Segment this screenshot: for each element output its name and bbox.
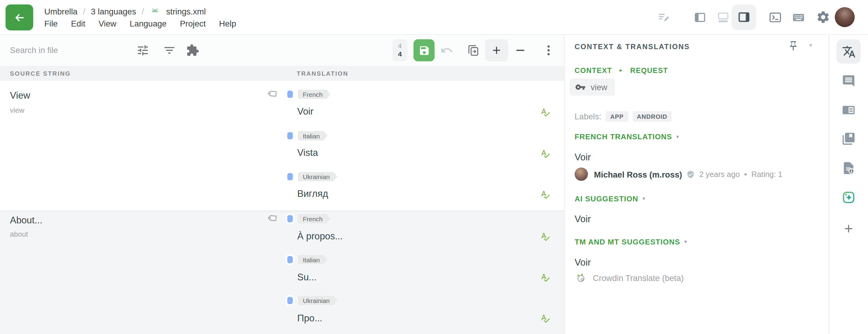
translation-time: 2 years ago bbox=[699, 170, 740, 178]
blue-progress-indicator bbox=[287, 256, 293, 263]
terminal-icon[interactable] bbox=[768, 10, 782, 24]
spellcheck-approved-icon[interactable] bbox=[540, 107, 550, 117]
menu-view[interactable]: View bbox=[98, 19, 116, 28]
sidebar-comments-button[interactable] bbox=[842, 74, 856, 88]
breadcrumb-project[interactable]: Umbrella bbox=[44, 6, 78, 16]
menu-help[interactable]: Help bbox=[219, 19, 236, 28]
spellcheck-approved-icon[interactable] bbox=[540, 190, 550, 200]
menu-edit[interactable]: Edit bbox=[71, 19, 85, 28]
counter-untranslated: 4 bbox=[398, 42, 402, 50]
layout-bottom-panel-icon[interactable] bbox=[716, 10, 730, 24]
tab-request[interactable]: REQUEST bbox=[630, 66, 668, 75]
translation-item-ukrainian[interactable]: Ukrainian Вигляд bbox=[280, 172, 564, 213]
panel-caret-down-icon[interactable]: ▼ bbox=[808, 42, 813, 48]
spellcheck-approved-icon[interactable] bbox=[540, 313, 550, 324]
crowdin-logo-icon bbox=[576, 273, 586, 283]
tm-suggestion-text[interactable]: Voir bbox=[575, 257, 591, 268]
sidebar-glossary-button[interactable] bbox=[841, 132, 856, 146]
author-name[interactable]: Michael Ross (m.ross) bbox=[594, 170, 682, 179]
keyboard-icon[interactable] bbox=[792, 10, 805, 24]
translation-item-italian[interactable]: Italian Vista bbox=[280, 131, 564, 172]
ai-suggestion-text[interactable]: Voir bbox=[575, 214, 591, 225]
layout-right-panel-button[interactable] bbox=[732, 4, 756, 30]
source-string-text[interactable]: View bbox=[10, 90, 30, 101]
ai-sparkles-icon bbox=[841, 190, 856, 205]
blue-progress-indicator bbox=[287, 297, 293, 304]
save-button[interactable] bbox=[413, 39, 435, 61]
spellcheck-approved-icon[interactable] bbox=[540, 232, 550, 242]
comments-icon bbox=[842, 74, 856, 88]
blue-progress-indicator bbox=[287, 91, 293, 98]
translation-text[interactable]: Su... bbox=[297, 272, 316, 283]
translation-text[interactable]: Voir bbox=[297, 106, 313, 117]
tag-icon[interactable] bbox=[269, 89, 278, 98]
menu-project[interactable]: Project bbox=[180, 19, 206, 28]
spellcheck-approved-icon[interactable] bbox=[540, 273, 550, 282]
add-plus-icon bbox=[842, 222, 855, 235]
puzzle-plugin-icon[interactable] bbox=[186, 44, 199, 57]
compose-icon[interactable] bbox=[658, 10, 671, 24]
source-string-text[interactable]: About... bbox=[10, 215, 42, 226]
string-row-view[interactable]: View view French Voir bbox=[0, 81, 564, 211]
translation-text[interactable]: Vista bbox=[297, 148, 318, 159]
translation-item-italian[interactable]: Italian Su... bbox=[280, 255, 564, 296]
verified-shield-icon bbox=[687, 170, 695, 178]
breadcrumb-file[interactable]: strings.xml bbox=[166, 6, 206, 16]
translation-item-french[interactable]: French Voir bbox=[280, 90, 564, 130]
back-arrow-icon bbox=[13, 11, 26, 24]
blue-progress-indicator bbox=[287, 173, 293, 180]
translation-text[interactable]: Про... bbox=[297, 313, 322, 324]
labels-caption: Labels: bbox=[575, 112, 601, 121]
translation-item-ukrainian[interactable]: Ukrainian Про... bbox=[280, 296, 564, 334]
translation-rating: Rating: 1 bbox=[751, 170, 782, 178]
context-tabs: CONTEXT ► REQUEST bbox=[575, 66, 668, 75]
section-french-translations[interactable]: FRENCH TRANSLATIONS▼ bbox=[575, 133, 680, 141]
string-row-about[interactable]: About... about French À propos... bbox=[0, 211, 564, 334]
translation-author-row: Michael Ross (m.ross) 2 years ago • Rati… bbox=[575, 168, 782, 181]
user-avatar[interactable] bbox=[835, 7, 855, 27]
provider-name[interactable]: Crowdin Translate (beta) bbox=[593, 273, 684, 282]
breadcrumb-languages[interactable]: 3 languages bbox=[91, 6, 136, 16]
tag-icon[interactable] bbox=[269, 213, 278, 223]
author-avatar[interactable] bbox=[575, 168, 588, 181]
sidebar-context-card-button[interactable] bbox=[841, 103, 856, 117]
filter-icon[interactable] bbox=[163, 44, 176, 57]
string-key-text: view bbox=[591, 82, 607, 92]
label-badge-app[interactable]: APP bbox=[606, 111, 628, 122]
section-tm-mt-suggestions[interactable]: TM AND MT SUGGESTIONS▼ bbox=[575, 238, 688, 246]
right-sidebar bbox=[829, 35, 868, 334]
language-tag: Ukrainian bbox=[298, 172, 337, 181]
android-icon bbox=[150, 5, 161, 17]
kebab-menu-icon[interactable] bbox=[542, 44, 555, 57]
menu-language[interactable]: Language bbox=[130, 19, 167, 28]
sidebar-ai-button[interactable] bbox=[841, 190, 856, 205]
settings-gear-icon[interactable] bbox=[816, 10, 830, 24]
french-translation-text[interactable]: Voir bbox=[575, 152, 591, 163]
translation-text[interactable]: À propos... bbox=[297, 231, 343, 242]
spellcheck-approved-icon[interactable] bbox=[540, 149, 550, 158]
duplicate-arrow-icon[interactable] bbox=[467, 44, 480, 57]
tab-context[interactable]: CONTEXT bbox=[575, 66, 612, 75]
layout-left-panel-icon[interactable] bbox=[693, 10, 707, 24]
add-string-button[interactable] bbox=[485, 39, 508, 61]
pin-icon[interactable] bbox=[788, 40, 799, 52]
section-ai-suggestion[interactable]: AI SUGGESTION▼ bbox=[575, 195, 646, 203]
sidebar-file-info-button[interactable] bbox=[841, 161, 856, 176]
search-input[interactable] bbox=[10, 35, 126, 65]
breadcrumb-separator: / bbox=[83, 6, 86, 16]
menu-file[interactable]: File bbox=[44, 19, 58, 28]
translation-text[interactable]: Вигляд bbox=[297, 189, 328, 200]
minus-icon[interactable] bbox=[514, 44, 527, 57]
section-title-text: FRENCH TRANSLATIONS bbox=[575, 133, 672, 141]
sidebar-add-button[interactable] bbox=[842, 222, 855, 235]
back-button[interactable] bbox=[5, 4, 33, 30]
tune-sliders-icon[interactable] bbox=[136, 44, 150, 57]
blue-progress-indicator bbox=[287, 215, 293, 222]
label-badge-android[interactable]: ANDROID bbox=[632, 111, 672, 122]
translation-item-french[interactable]: French À propos... bbox=[280, 214, 564, 255]
string-key-chip[interactable]: view bbox=[569, 79, 615, 96]
key-icon bbox=[575, 82, 586, 92]
sidebar-translations-button[interactable] bbox=[836, 39, 861, 64]
menu-bar: File Edit View Language Project Help bbox=[44, 19, 236, 28]
undo-icon[interactable] bbox=[440, 44, 453, 57]
